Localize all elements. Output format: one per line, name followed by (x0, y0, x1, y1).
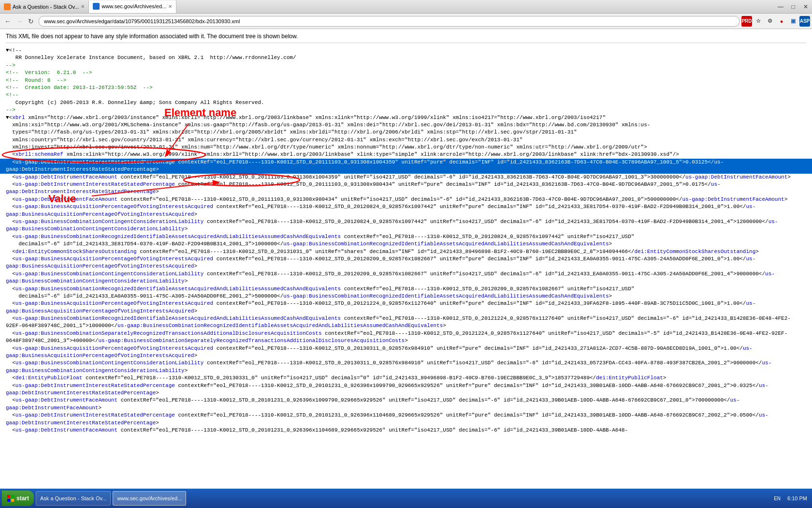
system-tray: EN 6:10 PM (772, 495, 810, 501)
tab-close-2[interactable]: ✕ (168, 4, 172, 9)
red-circle-icon[interactable]: ● (776, 16, 787, 27)
taskbar-item-sec-label: www.sec.gov/Archives/ed... (117, 495, 182, 501)
minimize-button[interactable]: — (774, 0, 787, 14)
tray-lang: EN (772, 496, 783, 501)
close-button[interactable]: ✕ (799, 0, 812, 14)
back-button[interactable]: ← (2, 15, 14, 27)
svg-rect-7 (11, 495, 14, 498)
refresh-button[interactable]: ↻ (25, 15, 37, 27)
system-clock: 6:10 PM (784, 495, 810, 501)
info-text: This XML file does not appear to have an… (6, 33, 806, 43)
toolbar-icons: PRD ☆ ⚙ ● ▣ ASP (741, 16, 810, 27)
maximize-button[interactable]: □ (787, 0, 799, 14)
asp-button[interactable]: ASP (799, 16, 810, 27)
system-taskbar: start Ask a Question - Stack Ov... www.s… (0, 489, 812, 508)
pro-button[interactable]: PRD (741, 16, 752, 27)
windows-logo-icon (7, 494, 14, 502)
tab-label-2: www.sec.gov/Archives/ed... (102, 3, 166, 9)
tab-close-1[interactable]: ✕ (81, 4, 85, 9)
taskbar-item-stackoverflow[interactable]: Ask a Question - Stack Ov... (36, 491, 111, 506)
url-input[interactable] (39, 16, 740, 27)
svg-rect-6 (7, 495, 10, 498)
taskbar-item-stackoverflow-label: Ask a Question - Stack Ov... (40, 495, 106, 501)
address-bar: ← → ↻ PRD ☆ ⚙ ● ▣ ASP (0, 14, 812, 29)
tab-sec[interactable]: www.sec.gov/Archives/ed... ✕ (89, 0, 176, 13)
xml-content-area[interactable]: This XML file does not appear to have an… (0, 29, 812, 489)
browser-titlebar: Ask a Question - Stack Ov... ✕ www.sec.g… (0, 0, 812, 14)
tab-label-1: Ask a Question - Stack Ov... (13, 4, 79, 10)
tab-favicon-1 (4, 3, 11, 10)
taskbar-item-sec[interactable]: www.sec.gov/Archives/ed... (113, 491, 186, 506)
start-label: start (16, 495, 29, 502)
svg-rect-8 (7, 499, 10, 502)
start-button[interactable]: start (2, 491, 34, 506)
tab-stackoverflow[interactable]: Ask a Question - Stack Ov... ✕ (0, 0, 89, 13)
bookmark-star[interactable]: ☆ (753, 16, 764, 27)
window-controls: — □ ✕ (774, 0, 812, 14)
xml-document: ▼<!-- RR Donnelley Xcelerate Instance Do… (6, 47, 806, 434)
blue-icon[interactable]: ▣ (788, 16, 798, 27)
tab-favicon-2 (93, 3, 100, 10)
svg-rect-9 (11, 499, 14, 502)
forward-button[interactable]: → (14, 15, 25, 27)
extensions-icon[interactable]: ⚙ (765, 16, 775, 27)
